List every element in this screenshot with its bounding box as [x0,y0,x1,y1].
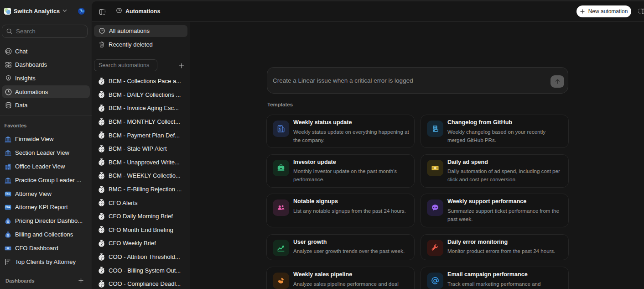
svg-text:$: $ [7,220,9,224]
svg-text:$: $ [7,233,9,237]
